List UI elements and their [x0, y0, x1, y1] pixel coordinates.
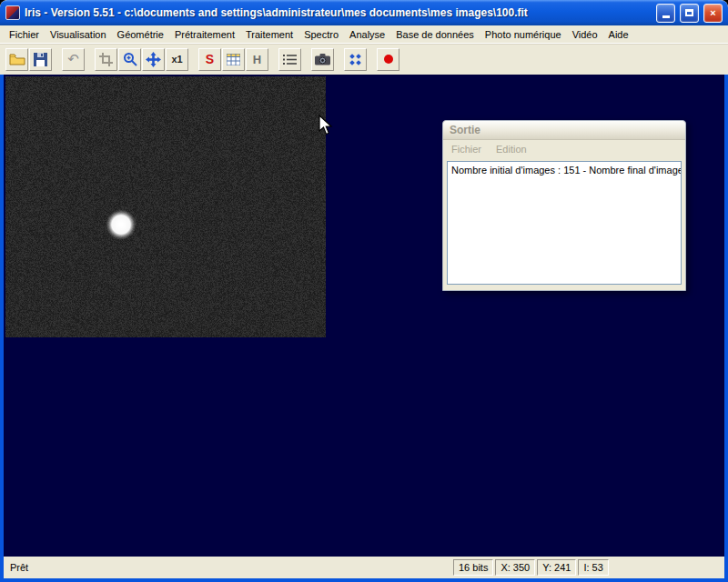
pan-button[interactable]	[142, 48, 165, 71]
record-button[interactable]	[377, 48, 399, 71]
sortie-output-text: Nombre initial d'images : 151 - Nombre f…	[447, 161, 682, 285]
close-icon: ×	[710, 8, 715, 18]
x1-label: x1	[171, 54, 182, 65]
status-intensity-panel: I: 53	[578, 559, 608, 576]
command-list-button[interactable]	[278, 48, 301, 71]
maximize-button[interactable]	[680, 4, 699, 23]
sortie-titlebar[interactable]: Sortie	[443, 121, 685, 140]
menu-fichier[interactable]: Fichier	[4, 27, 45, 42]
sortie-menu-edition[interactable]: Edition	[496, 144, 527, 155]
save-button[interactable]	[29, 48, 52, 71]
histogram-h-icon: H	[253, 53, 261, 66]
blue-dots-icon	[349, 53, 362, 66]
app-icon	[5, 5, 20, 20]
list-icon	[283, 54, 297, 65]
crop-button[interactable]	[95, 48, 117, 71]
scatter-button[interactable]	[344, 48, 367, 71]
menu-pretraitement[interactable]: Prétraitement	[169, 27, 240, 42]
magnifier-icon	[123, 52, 137, 66]
menu-base-de-donnees[interactable]: Base de données	[390, 27, 480, 42]
statusbar: Prêt 16 bits X: 350 Y: 241 I: 53	[0, 557, 728, 578]
pan-arrows-icon	[146, 52, 161, 67]
camera-button[interactable]	[311, 48, 334, 71]
menu-traitement[interactable]: Traitement	[240, 27, 298, 42]
workspace: Sortie Fichier Edition Nombre initial d'…	[0, 75, 728, 557]
toolbar: ↶ x1 S H	[0, 43, 728, 75]
sortie-title: Sortie	[450, 124, 480, 136]
menubar: Fichier Visualisation Géométrie Prétrait…	[0, 25, 728, 43]
sortie-menu-fichier[interactable]: Fichier	[451, 144, 481, 155]
status-ready-label: Prêt	[7, 562, 451, 573]
grid-icon	[227, 54, 240, 65]
status-bits-panel: 16 bits	[453, 559, 493, 576]
status-y-panel: Y: 241	[537, 559, 576, 576]
minimize-button[interactable]	[656, 4, 675, 23]
minimize-icon	[662, 15, 670, 18]
menu-geometrie[interactable]: Géométrie	[112, 27, 169, 42]
iris-main-window: Iris - Version 5.51 - c:\documents and s…	[0, 0, 728, 582]
threshold-button[interactable]: S	[198, 48, 221, 71]
window-title: Iris - Version 5.51 - c:\documents and s…	[25, 6, 652, 19]
sortie-window: Sortie Fichier Edition Nombre initial d'…	[442, 120, 686, 291]
status-x-panel: X: 350	[495, 559, 535, 576]
histogram-button[interactable]: H	[246, 48, 268, 71]
folder-open-icon	[9, 53, 25, 65]
close-button[interactable]: ×	[703, 4, 723, 23]
grid-view-button[interactable]	[222, 48, 245, 71]
zoom-button[interactable]	[118, 48, 141, 71]
zoom-x1-button[interactable]: x1	[166, 48, 188, 71]
image-canvas[interactable]	[5, 76, 326, 337]
menu-visualisation[interactable]: Visualisation	[45, 27, 112, 42]
menu-aide[interactable]: Aide	[603, 27, 634, 42]
red-dot-icon	[383, 54, 394, 65]
menu-analyse[interactable]: Analyse	[344, 27, 390, 42]
window-bottom-border	[0, 578, 728, 582]
menu-photo-numerique[interactable]: Photo numérique	[480, 27, 567, 42]
sortie-menubar: Fichier Edition	[443, 140, 685, 157]
crop-icon	[99, 53, 113, 66]
camera-icon	[315, 54, 330, 65]
threshold-s-icon: S	[206, 52, 214, 66]
maximize-icon	[685, 9, 693, 16]
titlebar[interactable]: Iris - Version 5.51 - c:\documents and s…	[0, 0, 728, 25]
undo-button[interactable]: ↶	[62, 48, 85, 71]
floppy-disk-icon	[34, 53, 47, 66]
undo-arrow-icon: ↶	[67, 51, 79, 67]
menu-video[interactable]: Vidéo	[567, 27, 603, 42]
menu-spectro[interactable]: Spectro	[298, 27, 344, 42]
open-image-button[interactable]	[5, 48, 28, 71]
